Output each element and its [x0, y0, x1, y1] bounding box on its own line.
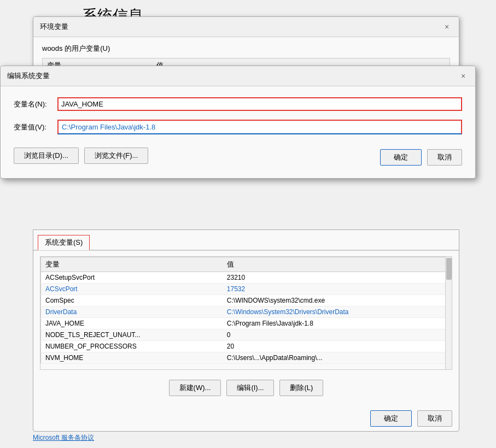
sys-var-row[interactable]: ACSetupSvcPort23210 — [41, 272, 452, 284]
sys-final-buttons: 确定 取消 — [33, 406, 459, 431]
sys-var-row[interactable]: NUMBER_OF_PROCESSORS20 — [41, 341, 452, 352]
sys-var-name: ACSvcPort — [41, 284, 223, 295]
scrollbar[interactable] — [445, 257, 452, 369]
sys-var-row[interactable]: JAVA_HOMEC:\Program Files\Java\jdk-1.8 — [41, 318, 452, 329]
sys-var-value: 23210 — [223, 272, 452, 284]
var-name-input[interactable] — [57, 97, 462, 111]
microsoft-link[interactable]: Microsoft 服务条协议 — [33, 433, 94, 443]
env-dialog-titlebar: 环境变量 × — [33, 17, 459, 37]
browse-file-button[interactable]: 浏览文件(F)... — [84, 148, 148, 164]
edit-ok-button[interactable]: 确定 — [380, 149, 422, 166]
sys-cancel-button[interactable]: 取消 — [417, 410, 452, 427]
sys-var-value: C:\Windows\System32\Drivers\DriverData — [223, 306, 452, 318]
var-name-row: 变量名(N): — [14, 97, 462, 111]
browse-dir-button[interactable]: 浏览目录(D)... — [14, 148, 79, 164]
sys-vars-tab[interactable]: 系统变量(S) — [38, 235, 90, 250]
var-value-input-wrapper — [57, 120, 462, 134]
edit-system-var-dialog: 编辑系统变量 × 变量名(N): 变量值(V): 浏览目录(D)... 浏览文件… — [0, 66, 476, 179]
var-value-label: 变量值(V): — [14, 122, 57, 132]
sys-var-name: NUMBER_OF_PROCESSORS — [41, 341, 223, 352]
sys-var-row[interactable]: NODE_TLS_REJECT_UNAUT...0 — [41, 329, 452, 341]
env-dialog-close-button[interactable]: × — [441, 21, 452, 32]
env-dialog-title: 环境变量 — [40, 22, 68, 32]
edit-action-buttons: 确定 取消 — [380, 147, 462, 166]
sys-var-value: 0 — [223, 329, 452, 341]
sys-var-value: C:\Program Files\Java\jdk-1.8 — [223, 318, 452, 329]
edit-sys-var-button[interactable]: 编辑(I)... — [226, 380, 274, 396]
edit-dialog-body: 变量名(N): 变量值(V): 浏览目录(D)... 浏览文件(F)... 确定… — [1, 86, 475, 178]
sys-var-value: C:\Users\...\AppData\Roaming\... — [223, 352, 452, 364]
var-name-label: 变量名(N): — [14, 99, 57, 109]
sys-var-row[interactable]: DriverDataC:\Windows\System32\Drivers\Dr… — [41, 306, 452, 318]
sys-var-name: DriverData — [41, 306, 223, 318]
var-value-row: 变量值(V): — [14, 120, 462, 134]
edit-dialog-close-button[interactable]: × — [458, 70, 469, 81]
sys-var-col-header: 变量 — [41, 257, 223, 272]
sys-bottom-buttons: 新建(W)... 编辑(I)... 删除(L) — [40, 375, 452, 400]
sys-var-value: 20 — [223, 341, 452, 352]
sys-var-row[interactable]: NVM_HOMEC:\Users\...\AppData\Roaming\... — [41, 352, 452, 364]
sys-val-col-header: 值 — [223, 257, 452, 272]
edit-dialog-titlebar: 编辑系统变量 × — [1, 66, 475, 86]
user-vars-label: woods 的用户变量(U) — [42, 44, 450, 54]
sys-var-name: ACSetupSvcPort — [41, 272, 223, 284]
sys-var-name: JAVA_HOME — [41, 318, 223, 329]
sys-ok-button[interactable]: 确定 — [370, 410, 412, 427]
edit-browse-buttons: 浏览目录(D)... 浏览文件(F)... — [14, 148, 148, 164]
sys-var-name: NODE_TLS_REJECT_UNAUT... — [41, 329, 223, 341]
sys-vars-content: 变量 值 ACSetupSvcPort23210ACSvcPort17532Co… — [33, 250, 459, 406]
sys-vars-table: 变量 值 ACSetupSvcPort23210ACSvcPort17532Co… — [40, 257, 452, 364]
edit-cancel-button[interactable]: 取消 — [427, 149, 462, 166]
scrollbar-thumb[interactable] — [446, 258, 452, 280]
sys-var-row[interactable]: ComSpecC:\WINDOWS\system32\cmd.exe — [41, 295, 452, 306]
var-value-input[interactable] — [57, 120, 462, 134]
sys-var-row[interactable]: ACSvcPort17532 — [41, 284, 452, 295]
sys-var-name: ComSpec — [41, 295, 223, 306]
var-name-input-wrapper — [57, 97, 462, 111]
new-sys-var-button[interactable]: 新建(W)... — [169, 380, 221, 396]
sys-var-name: NVM_HOME — [41, 352, 223, 364]
sys-vars-section: 系统变量(S) 变量 值 ACSetupSvcPort23210ACSvcPor… — [33, 229, 459, 432]
sys-var-value: C:\WINDOWS\system32\cmd.exe — [223, 295, 452, 306]
sys-var-value: 17532 — [223, 284, 452, 295]
edit-dialog-title: 编辑系统变量 — [7, 71, 50, 81]
delete-sys-var-button[interactable]: 删除(L) — [279, 380, 323, 396]
